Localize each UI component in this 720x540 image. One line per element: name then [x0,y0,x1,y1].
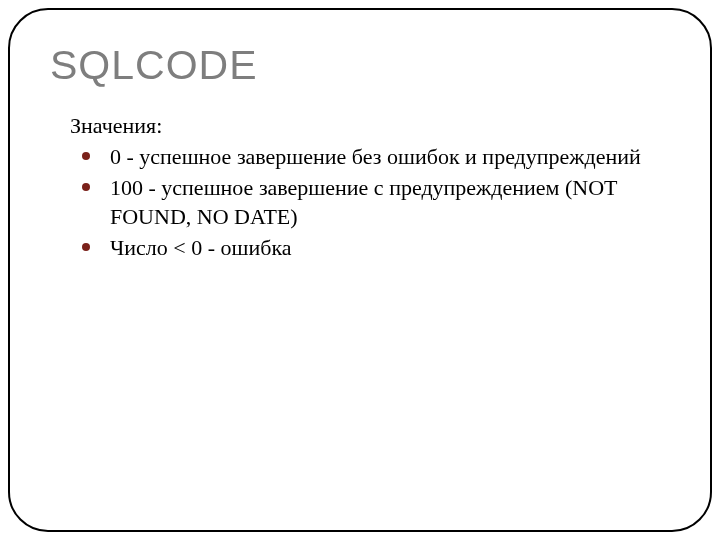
intro-text: Значения: [70,111,670,140]
slide-frame: SQLCODE Значения: 0 - успешное завершени… [8,8,712,532]
slide-content: Значения: 0 - успешное завершение без ош… [50,111,670,262]
list-item: Число < 0 - ошибка [82,233,670,262]
list-item: 0 - успешное завершение без ошибок и пре… [82,142,670,171]
list-item: 100 - успешное завершение с предупрежден… [82,173,670,231]
slide-title: SQLCODE [50,42,670,89]
bullet-list: 0 - успешное завершение без ошибок и пре… [70,142,670,262]
